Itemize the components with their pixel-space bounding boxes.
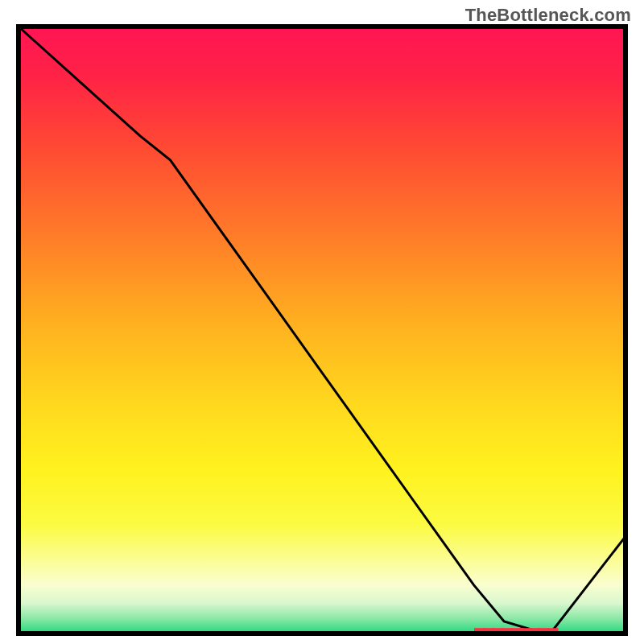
watermark-text: TheBottleneck.com xyxy=(465,5,631,26)
svg-rect-0 xyxy=(19,27,625,634)
chart-svg xyxy=(16,24,628,636)
chart-container: TheBottleneck.com xyxy=(0,0,644,644)
chart-plot-area xyxy=(16,24,628,636)
